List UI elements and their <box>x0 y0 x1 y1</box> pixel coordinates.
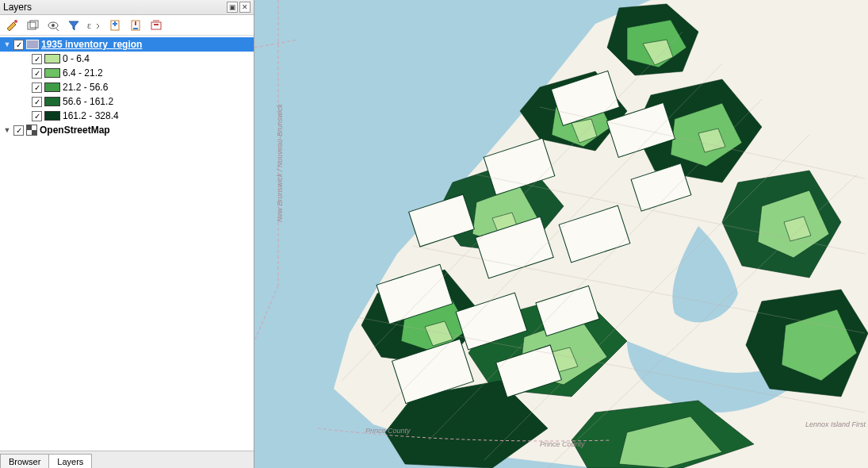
svg-rect-2 <box>30 21 38 28</box>
map-label-east: Lennox Island First Nation <box>805 420 868 428</box>
class-label: 56.6 - 161.2 <box>63 96 113 107</box>
class-swatch <box>44 97 60 106</box>
layers-panel: Layers ▣ ✕ ε ▼ ✓ <box>0 0 254 468</box>
class-row[interactable]: ✓ 56.6 - 161.2 <box>0 94 254 109</box>
class-label: 161.2 - 328.4 <box>63 110 119 121</box>
expand-toggle-icon[interactable]: ▼ <box>3 40 11 48</box>
layer-checkbox[interactable]: ✓ <box>13 40 24 50</box>
class-swatch <box>44 54 60 63</box>
panel-titlebar: Layers ▣ ✕ <box>0 0 254 15</box>
map-label-prince-county: Prince County <box>540 440 585 448</box>
class-checkbox[interactable]: ✓ <box>32 54 42 64</box>
expression-icon[interactable]: ε <box>87 18 101 33</box>
polygon-layer-icon <box>26 40 39 49</box>
filter-icon[interactable] <box>67 18 81 33</box>
expand-toggle-icon[interactable]: ▼ <box>3 126 11 134</box>
class-row[interactable]: ✓ 6.4 - 21.2 <box>0 66 254 80</box>
map-canvas[interactable]: New Brunswick / Nouveau-Brunswick Prince… <box>254 0 868 468</box>
class-label: 6.4 - 21.2 <box>63 67 103 79</box>
class-row[interactable]: ✓ 21.2 - 56.6 <box>0 80 254 94</box>
svg-line-22 <box>254 40 298 48</box>
svg-point-4 <box>52 24 55 27</box>
map-label-prince-county: Prince County <box>365 427 411 435</box>
style-preset-icon[interactable] <box>5 18 19 33</box>
layer-checkbox[interactable]: ✓ <box>13 125 24 136</box>
svg-rect-1 <box>28 22 36 29</box>
dock-icon[interactable]: ▣ <box>227 2 238 13</box>
layer-tree[interactable]: ▼ ✓ 1935 inventory_region ✓ 0 - 6.4 ✓ 6.… <box>0 36 254 451</box>
remove-layer-icon[interactable] <box>149 18 163 33</box>
tab-layers[interactable]: Layers <box>48 454 92 468</box>
layer-name: OpenStreetMap <box>40 125 110 136</box>
class-row[interactable]: ✓ 0 - 6.4 <box>0 52 254 66</box>
class-checkbox[interactable]: ✓ <box>32 82 42 93</box>
class-checkbox[interactable]: ✓ <box>32 97 42 107</box>
class-checkbox[interactable]: ✓ <box>32 111 42 121</box>
collapse-all-icon[interactable] <box>128 18 143 33</box>
class-checkbox[interactable]: ✓ <box>32 68 42 79</box>
class-swatch <box>44 111 60 121</box>
svg-rect-8 <box>151 22 161 29</box>
visibility-icon[interactable] <box>46 18 60 33</box>
layer-name: 1935 inventory_region <box>41 39 142 50</box>
class-row[interactable]: ✓ 161.2 - 328.4 <box>0 109 254 123</box>
class-swatch <box>44 68 60 78</box>
layer-row-openstreetmap[interactable]: ▼ ✓ OpenStreetMap <box>0 123 254 137</box>
raster-layer-icon <box>26 125 37 136</box>
svg-point-0 <box>14 20 17 23</box>
layers-toolbar: ε <box>0 15 254 36</box>
class-label: 21.2 - 56.6 <box>63 82 108 93</box>
svg-text:ε: ε <box>87 20 91 31</box>
tab-browser[interactable]: Browser <box>0 454 49 468</box>
panel-tabs: Browser Layers <box>0 451 254 468</box>
map-label-nb: New Brunswick / Nouveau-Brunswick <box>276 103 284 222</box>
add-group-icon[interactable] <box>25 18 40 33</box>
svg-line-23 <box>254 286 278 341</box>
close-icon[interactable]: ✕ <box>239 2 250 13</box>
expand-all-icon[interactable] <box>108 18 122 33</box>
panel-title: Layers <box>3 2 32 13</box>
class-label: 0 - 6.4 <box>63 53 90 64</box>
class-swatch <box>44 82 60 92</box>
layer-row-1935-inventory[interactable]: ▼ ✓ 1935 inventory_region <box>0 37 254 52</box>
